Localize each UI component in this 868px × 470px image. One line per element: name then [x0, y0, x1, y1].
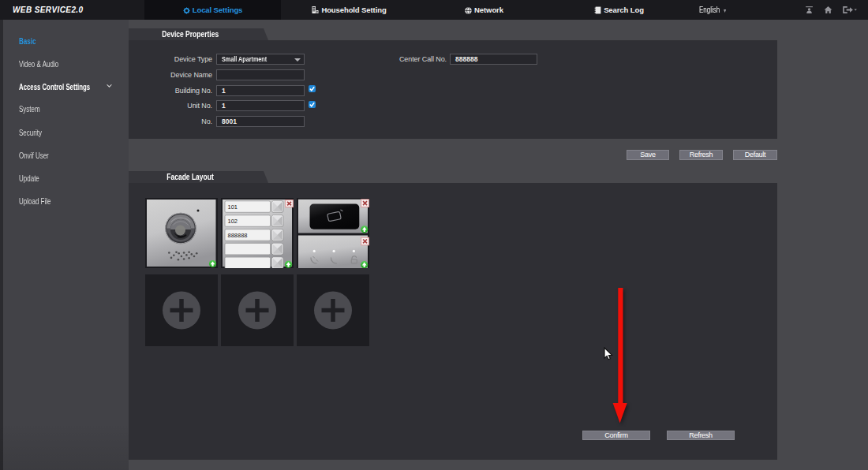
svg-text:101: 101: [228, 203, 238, 211]
svg-text:888888: 888888: [228, 232, 248, 239]
svg-text:102: 102: [228, 218, 238, 225]
